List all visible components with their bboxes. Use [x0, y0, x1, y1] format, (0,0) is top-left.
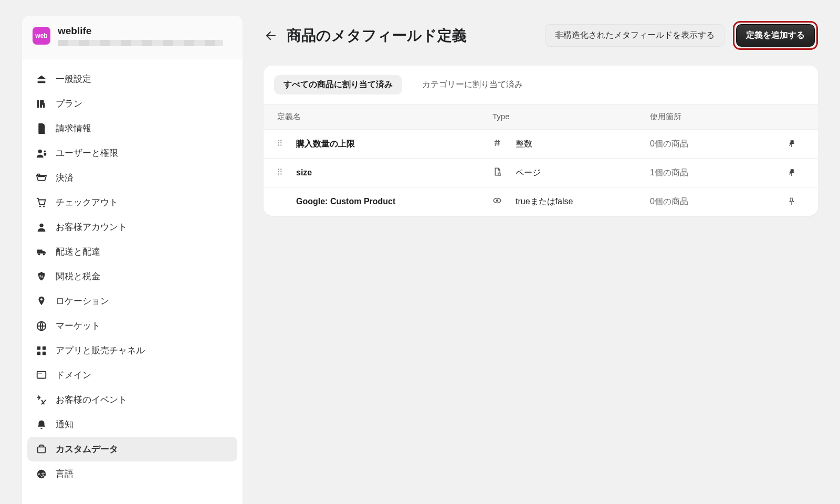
sidebar-icon-6	[36, 222, 47, 233]
col-usage: 使用箇所	[650, 112, 776, 122]
sidebar-icon-2	[36, 123, 47, 134]
svg-point-27	[278, 144, 279, 145]
pin-icon[interactable]	[776, 168, 807, 177]
svg-point-34	[278, 169, 279, 170]
sidebar-item-label: お客様のイベント	[56, 394, 127, 406]
sidebar-item-15[interactable]: カスタムデータ	[27, 437, 237, 461]
sidebar-item-8[interactable]: %関税と税金	[27, 264, 237, 289]
app-root: web weblife 一般設定プラン請求情報ユーザーと権限決済チェックアウトお…	[0, 0, 840, 504]
svg-point-39	[280, 173, 281, 174]
sidebar-item-label: お客様アカウント	[56, 221, 127, 233]
sidebar-item-9[interactable]: ロケーション	[27, 289, 237, 313]
sidebar-item-1[interactable]: プラン	[27, 91, 237, 116]
sidebar-icon-1	[36, 98, 47, 110]
sidebar-icon-7	[36, 246, 47, 258]
table-row[interactable]: 購入数量の上限整数0個の商品	[264, 130, 818, 159]
svg-point-24	[280, 140, 281, 141]
store-header[interactable]: web weblife	[22, 16, 243, 59]
sidebar-item-0[interactable]: 一般設定	[27, 67, 237, 91]
back-button[interactable]	[264, 28, 278, 43]
svg-point-5	[39, 223, 43, 227]
sidebar-item-label: 決済	[56, 172, 74, 184]
sidebar-icon-0	[36, 74, 47, 85]
sidebar-item-label: ドメイン	[56, 369, 91, 381]
settings-sidebar: web weblife 一般設定プラン請求情報ユーザーと権限決済チェックアウトお…	[22, 16, 243, 504]
sidebar-item-label: マーケット	[56, 320, 100, 332]
sidebar-icon-11	[36, 345, 47, 356]
sidebar-icon-4	[36, 172, 47, 184]
page-icon	[492, 167, 516, 178]
sidebar-icon-15	[36, 444, 47, 455]
svg-point-9	[40, 298, 43, 300]
definition-type: ページ	[516, 167, 650, 178]
definition-type: trueまたはfalse	[516, 196, 650, 207]
sidebar-item-label: ロケーション	[56, 295, 109, 307]
store-url-placeholder	[58, 40, 223, 46]
svg-point-26	[280, 142, 281, 143]
sidebar-item-4[interactable]: 決済	[27, 165, 237, 190]
show-unstructured-button[interactable]: 非構造化されたメタフィールドを表示する	[545, 24, 724, 47]
svg-point-16	[39, 373, 40, 374]
sidebar-item-label: 通知	[56, 418, 74, 430]
sidebar-icon-3	[36, 148, 47, 159]
svg-rect-12	[43, 346, 46, 349]
sidebar-item-5[interactable]: チェックアウト	[27, 190, 237, 215]
tab-0[interactable]: すべての商品に割り当て済み	[274, 75, 402, 94]
svg-rect-13	[37, 351, 40, 354]
sidebar-item-label: ユーザーと権限	[56, 147, 118, 159]
svg-point-4	[43, 205, 45, 207]
sidebar-item-10[interactable]: マーケット	[27, 313, 237, 338]
svg-point-49	[496, 200, 499, 202]
drag-handle-icon[interactable]	[275, 167, 296, 178]
store-info: weblife	[58, 25, 232, 46]
definition-usage: 1個の商品	[650, 167, 776, 178]
sidebar-icon-10	[36, 320, 47, 332]
svg-text:%: %	[39, 274, 44, 279]
definition-usage: 0個の商品	[650, 139, 776, 150]
sidebar-item-2[interactable]: 請求情報	[27, 116, 237, 141]
sidebar-icon-12	[36, 370, 47, 381]
sidebar-item-13[interactable]: お客様のイベント	[27, 387, 237, 412]
pin-icon[interactable]	[776, 197, 807, 206]
sidebar-item-14[interactable]: 通知	[27, 412, 237, 437]
drag-handle-icon[interactable]	[275, 138, 296, 150]
definition-name: size	[296, 168, 492, 177]
sidebar-icon-9	[36, 296, 47, 307]
sidebar-item-label: アプリと販売チャネル	[56, 344, 145, 356]
definition-type: 整数	[516, 139, 650, 150]
sidebar-item-11[interactable]: アプリと販売チャネル	[27, 338, 237, 363]
add-definition-button[interactable]: 定義を追加する	[736, 24, 815, 47]
svg-point-36	[278, 171, 279, 172]
sidebar-item-6[interactable]: お客様アカウント	[27, 215, 237, 239]
pin-icon[interactable]	[776, 139, 807, 149]
definition-name: 購入数量の上限	[296, 139, 492, 150]
sidebar-item-3[interactable]: ユーザーと権限	[27, 141, 237, 165]
store-badge: web	[33, 27, 50, 45]
col-type: Type	[492, 112, 650, 122]
sidebar-item-16[interactable]: A文言語	[27, 461, 237, 486]
definitions-card: すべての商品に割り当て済みカテゴリーに割り当て済み 定義名 Type 使用箇所 …	[264, 66, 818, 216]
svg-point-3	[39, 205, 41, 207]
tab-1[interactable]: カテゴリーに割り当て済み	[413, 75, 532, 94]
sidebar-icon-14	[36, 419, 47, 430]
sidebar-item-label: 配送と配達	[56, 246, 100, 258]
table-row[interactable]: Google: Custom Producttrueまたはfalse0個の商品	[264, 187, 818, 216]
svg-point-28	[280, 144, 281, 145]
sidebar-item-12[interactable]: ドメイン	[27, 363, 237, 387]
sidebar-icon-5	[36, 197, 47, 208]
table-body: 購入数量の上限整数0個の商品sizeページ1個の商品Google: Custom…	[264, 130, 818, 216]
table-row[interactable]: sizeページ1個の商品	[264, 159, 818, 187]
assignment-tabs: すべての商品に割り当て済みカテゴリーに割り当て済み	[264, 66, 818, 104]
svg-rect-33	[791, 143, 792, 147]
sidebar-item-7[interactable]: 配送と配達	[27, 239, 237, 264]
settings-nav: 一般設定プラン請求情報ユーザーと権限決済チェックアウトお客様アカウント配送と配達…	[22, 59, 243, 491]
svg-point-38	[278, 173, 279, 174]
svg-rect-41	[791, 172, 792, 176]
svg-text:A文: A文	[37, 471, 45, 477]
main-content: 商品のメタフィールド定義 非構造化されたメタフィールドを表示する 定義を追加する…	[264, 16, 831, 504]
svg-point-25	[278, 142, 279, 143]
definition-name: Google: Custom Product	[296, 197, 492, 206]
svg-rect-19	[38, 447, 46, 453]
sidebar-item-label: プラン	[56, 98, 82, 110]
svg-point-18	[41, 400, 43, 401]
